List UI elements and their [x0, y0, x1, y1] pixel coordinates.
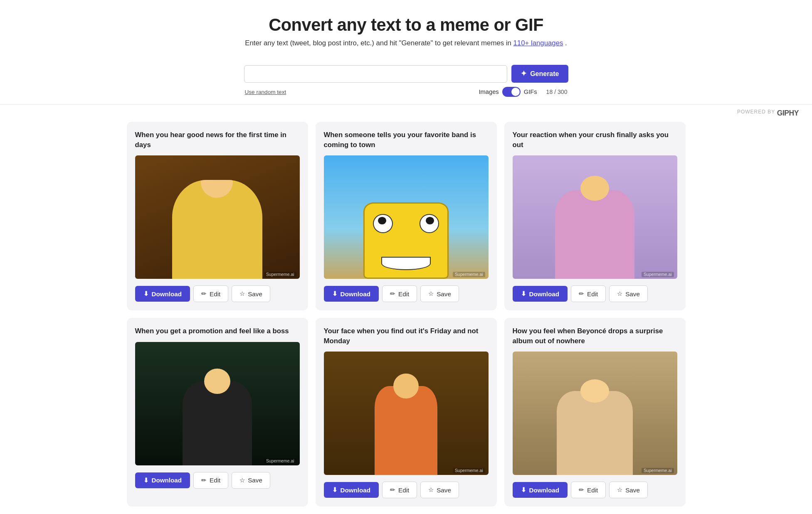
page-title: Convert any text to a meme or GIF [8, 15, 804, 35]
edit-icon-1: ✏ [201, 290, 207, 298]
meme-card-5: Your face when you find out it's Friday … [316, 318, 497, 507]
download-label-5: Download [341, 487, 371, 494]
meme-card-6: How you feel when Beyoncé drops a surpri… [504, 318, 686, 507]
meme-card-inner-1: When you hear good news for the first ti… [127, 122, 308, 279]
edit-label-4: Edit [210, 477, 220, 484]
meme-image-3: Supermeme.ai [513, 155, 677, 279]
download-button-3[interactable]: ⬇ Download [513, 286, 568, 302]
save-label-3: Save [625, 290, 640, 298]
save-label-1: Save [248, 290, 262, 298]
edit-button-2[interactable]: ✏ Edit [382, 285, 417, 302]
subtitle-prefix: Enter any text (tweet, blog post intro, … [245, 39, 511, 47]
meme-actions-5: ⬇ Download ✏ Edit ☆ Save [316, 475, 497, 507]
edit-label-6: Edit [587, 487, 598, 494]
meme-caption-6: How you feel when Beyoncé drops a surpri… [513, 326, 677, 346]
meme-grid-container: When you hear good news for the first ti… [0, 119, 812, 514]
save-icon-2: ☆ [428, 290, 434, 298]
download-button-2[interactable]: ⬇ Download [324, 286, 379, 302]
subtitle-suffix: . [565, 39, 567, 47]
edit-icon-4: ✏ [201, 477, 207, 484]
download-button-1[interactable]: ⬇ Download [135, 286, 190, 302]
download-icon-3: ⬇ [521, 290, 526, 298]
edit-button-1[interactable]: ✏ Edit [193, 285, 228, 302]
save-label-4: Save [248, 477, 262, 484]
search-bar: woah, that's great ✦ Generate [244, 65, 568, 83]
meme-caption-5: Your face when you find out it's Friday … [324, 326, 489, 346]
meme-image-6: Supermeme.ai [513, 352, 677, 475]
download-icon-5: ⬇ [332, 486, 338, 494]
save-icon-4: ☆ [239, 477, 245, 484]
meme-card-4: When you get a promotion and feel like a… [127, 318, 308, 507]
edit-icon-3: ✏ [579, 290, 584, 298]
meme-caption-2: When someone tells you your favorite ban… [324, 130, 489, 150]
download-label-4: Download [152, 477, 182, 484]
generate-button[interactable]: ✦ Generate [511, 65, 568, 83]
toggle-knob [511, 88, 520, 96]
save-button-3[interactable]: ☆ Save [609, 285, 648, 302]
save-icon-5: ☆ [428, 486, 434, 494]
edit-button-3[interactable]: ✏ Edit [571, 285, 606, 302]
edit-label-2: Edit [398, 290, 409, 298]
meme-actions-4: ⬇ Download ✏ Edit ☆ Save [127, 465, 308, 497]
images-gifs-toggle[interactable] [502, 87, 521, 97]
meme-image-5: Supermeme.ai [324, 352, 489, 475]
edit-icon-6: ✏ [579, 486, 584, 494]
save-button-4[interactable]: ☆ Save [232, 472, 270, 489]
edit-label-5: Edit [398, 487, 409, 494]
gifs-label: GIFs [524, 89, 537, 95]
meme-actions-6: ⬇ Download ✏ Edit ☆ Save [504, 475, 686, 507]
download-icon-6: ⬇ [521, 486, 526, 494]
edit-button-5[interactable]: ✏ Edit [382, 482, 417, 498]
meme-caption-1: When you hear good news for the first ti… [135, 130, 300, 150]
meme-actions-3: ⬇ Download ✏ Edit ☆ Save [504, 279, 686, 310]
images-label: Images [479, 89, 499, 95]
count-badge: 18 / 300 [546, 89, 568, 95]
meme-caption-3: Your reaction when your crush finally as… [513, 130, 677, 150]
meme-card-inner-4: When you get a promotion and feel like a… [127, 318, 308, 465]
search-input[interactable]: woah, that's great [244, 65, 508, 83]
meme-card-inner-6: How you feel when Beyoncé drops a surpri… [504, 318, 686, 475]
generate-icon: ✦ [521, 69, 527, 78]
toggle-group: Images GIFs [479, 87, 537, 97]
save-button-2[interactable]: ☆ Save [420, 285, 459, 302]
meme-caption-4: When you get a promotion and feel like a… [135, 326, 300, 336]
save-label-5: Save [437, 487, 451, 494]
generate-label: Generate [530, 70, 559, 78]
save-button-1[interactable]: ☆ Save [232, 285, 270, 302]
edit-icon-5: ✏ [390, 486, 395, 494]
download-label-2: Download [341, 290, 371, 298]
save-button-6[interactable]: ☆ Save [609, 482, 648, 498]
page-header: Convert any text to a meme or GIF Enter … [0, 0, 812, 105]
download-label-6: Download [529, 487, 560, 494]
meme-card-inner-5: Your face when you find out it's Friday … [316, 318, 497, 475]
meme-actions-2: ⬇ Download ✏ Edit ☆ Save [316, 279, 497, 310]
save-label-2: Save [437, 290, 451, 298]
edit-button-4[interactable]: ✏ Edit [193, 472, 228, 489]
languages-link[interactable]: 110+ languages [513, 39, 563, 47]
save-icon-3: ☆ [617, 290, 622, 298]
page-subtitle: Enter any text (tweet, blog post intro, … [8, 39, 804, 47]
giphy-brand: GIPHY [777, 109, 799, 118]
meme-card-3: Your reaction when your crush finally as… [504, 122, 686, 310]
meme-card-inner-3: Your reaction when your crush finally as… [504, 122, 686, 279]
edit-label-1: Edit [210, 290, 220, 298]
download-label-3: Download [529, 290, 560, 298]
download-button-4[interactable]: ⬇ Download [135, 472, 190, 488]
save-icon-1: ☆ [239, 290, 245, 298]
edit-label-3: Edit [587, 290, 598, 298]
meme-image-4: Supermeme.ai [135, 342, 300, 465]
save-label-6: Save [625, 487, 640, 494]
meme-image-2: Supermeme.ai [324, 155, 489, 279]
edit-icon-2: ✏ [390, 290, 395, 298]
download-icon-1: ⬇ [143, 290, 149, 298]
download-button-6[interactable]: ⬇ Download [513, 482, 568, 498]
download-icon-2: ⬇ [332, 290, 338, 298]
meme-card-inner-2: When someone tells you your favorite ban… [316, 122, 497, 279]
save-button-5[interactable]: ☆ Save [420, 482, 459, 498]
powered-by-label: POWERED BY [737, 109, 775, 118]
download-label-1: Download [152, 290, 182, 298]
edit-button-6[interactable]: ✏ Edit [571, 482, 606, 498]
save-icon-6: ☆ [617, 486, 622, 494]
random-text-link[interactable]: Use random text [245, 89, 286, 95]
download-button-5[interactable]: ⬇ Download [324, 482, 379, 498]
